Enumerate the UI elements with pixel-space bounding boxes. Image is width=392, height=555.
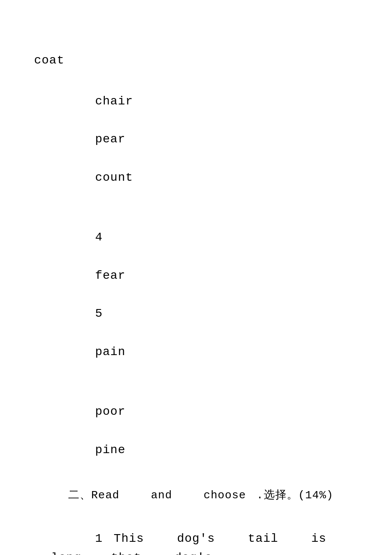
q1-text: 1 This dog's tail is long . that dog's xyxy=(51,532,360,555)
row-poor-pine: poor pine xyxy=(34,384,358,479)
num-5: 5 xyxy=(95,307,103,320)
word-fear: fear xyxy=(95,269,125,282)
row-4-fear-5-pain: 4 fear 5 pain xyxy=(34,209,358,381)
row-chair-pear-count: chair pear count xyxy=(34,73,358,207)
word-pain: pain xyxy=(95,345,125,358)
num-4: 4 xyxy=(95,231,103,244)
word-pear: pear xyxy=(95,133,125,146)
q1-line1: 1 This dog's tail is long . that dog's xyxy=(34,510,358,555)
word-pine: pine xyxy=(95,443,125,457)
page-content: coat chair pear count 4 fear 5 pain poor… xyxy=(34,51,358,555)
section-title: 二、Read and choose .选择。(14%) xyxy=(51,487,358,505)
word-count: count xyxy=(95,171,133,184)
word-poor: poor xyxy=(95,405,125,418)
word-chair: chair xyxy=(95,95,133,108)
word-coat: coat xyxy=(34,51,358,70)
